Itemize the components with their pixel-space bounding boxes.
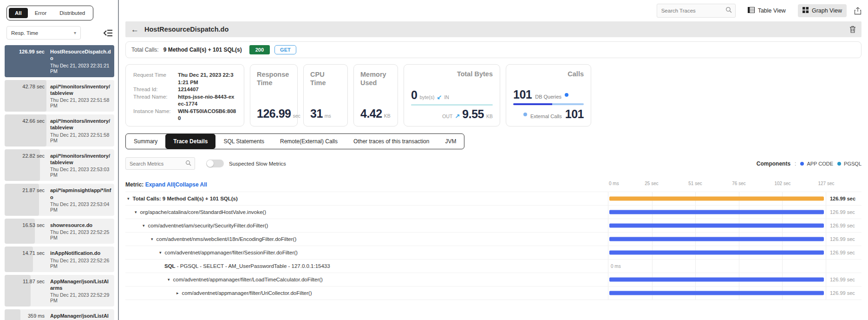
tree-row-label-cell: ▾Total Calls: 9 Method Call(s) + 101 SQL… — [125, 196, 608, 201]
trace-date: Thu Dec 21, 2023 22:52:26 PM — [50, 258, 111, 269]
tree-row-label-cell: ▸com/adventnet/appmanager/filter/UriColl… — [125, 290, 608, 296]
duration-bar — [609, 210, 824, 214]
trace-name: api/*/monitors/inventory/tableview — [50, 153, 111, 166]
trash-icon[interactable] — [849, 26, 856, 33]
external-calls-value: 101 — [565, 107, 584, 121]
tab-sql-statements[interactable]: SQL Statements — [215, 134, 272, 149]
trace-tree-row[interactable]: ▾Total Calls: 9 Method Call(s) + 101 SQL… — [125, 192, 861, 206]
duration-value: 126.99 sec — [826, 196, 861, 201]
request-info-label: Thread Id: — [133, 86, 178, 93]
graph-view-button[interactable]: Graph View — [798, 4, 847, 17]
chevron-down-icon: ▾ — [74, 30, 76, 35]
trace-tree-row[interactable]: ▾com/adventnet/iam/security/SecurityFilt… — [125, 219, 861, 233]
trace-tree-row[interactable]: ▾com/adventnet/nms/webclient/i18n/Encodi… — [125, 233, 861, 246]
share-icon[interactable] — [854, 7, 861, 15]
caret-down-icon[interactable]: ▾ — [127, 196, 130, 201]
total-bytes-title: Total Bytes — [411, 70, 493, 78]
bytes-in-unit: byte(s) — [419, 94, 434, 100]
trace-tree-row[interactable]: SQL - PGSQL - SELECT - AM_UserPasswordTa… — [125, 260, 861, 273]
search-icon — [185, 160, 191, 168]
trace-header-bar: ← HostResourceDispatch.do — [125, 21, 861, 37]
sort-by-select[interactable]: Resp. Time ▾ — [7, 26, 81, 40]
caret-down-icon[interactable]: ▾ — [143, 223, 145, 228]
detail-tabs: SummaryTrace DetailsSQL StatementsRemote… — [125, 133, 464, 149]
status-code-badge: 200 — [249, 45, 270, 54]
trace-list-item[interactable]: 14.71 secinAppNotification.doThu Dec 21,… — [5, 247, 114, 272]
memory-used-title: Memory Used — [360, 70, 391, 87]
tab-remote-external-calls[interactable]: Remote(External) Calls — [272, 134, 346, 149]
metric-controls-row: Metric: Expand All|Collapse All 0 ms25 s… — [125, 181, 861, 188]
duration-bar — [609, 224, 824, 228]
caret-down-icon[interactable]: ▾ — [135, 210, 137, 214]
collapse-panel-icon[interactable] — [103, 28, 113, 38]
trace-time: 16.53 sec — [5, 222, 45, 240]
filter-tab-distributed[interactable]: Distributed — [53, 8, 91, 18]
trace-tree-row[interactable]: ▾com/adventnet/appmanager/filter/LoadTim… — [125, 273, 861, 287]
trace-sidebar: AllErrorDistributed Resp. Time ▾ 126.99 … — [0, 0, 118, 320]
trace-detail-panel: Table View Graph View ← HostResourceDisp… — [119, 0, 868, 320]
timeline-cell — [608, 206, 826, 219]
legend-name: APP CODE — [807, 161, 833, 167]
trace-tree-row[interactable]: ▸com/adventnet/appmanager/filter/UriColl… — [125, 287, 861, 300]
timeline-tick: 102 sec — [774, 181, 790, 186]
caret-down-icon[interactable]: ▾ — [168, 277, 170, 282]
trace-time: 126.99 sec — [5, 48, 45, 74]
trace-list-item[interactable]: 359 msAppManager/json/ListAlarmsThu Dec … — [5, 309, 114, 320]
caret-down-icon[interactable]: ▾ — [151, 237, 153, 241]
tree-row-label-cell: ▾com/adventnet/nms/webclient/i18n/Encodi… — [125, 236, 608, 242]
tab-other-traces-of-this-transaction[interactable]: Other traces of this transaction — [346, 134, 437, 149]
sql-prefix: SQL — [164, 263, 176, 269]
tab-trace-details[interactable]: Trace Details — [165, 134, 215, 149]
trace-list-item[interactable]: 42.66 secapi/*/monitors/inventory/tablev… — [5, 114, 114, 147]
trace-info: HostResourceDispatch.doThu Dec 21, 2023 … — [45, 48, 111, 74]
trace-time: 22.82 sec — [5, 153, 45, 178]
trace-list-item[interactable]: 42.78 secapi/*/monitors/inventory/tablev… — [5, 80, 114, 112]
timeline-tick: 127 sec — [818, 181, 834, 186]
trace-list-item[interactable]: 126.99 secHostResourceDispatch.doThu Dec… — [5, 45, 114, 77]
tab-jvm[interactable]: JVM — [437, 134, 464, 149]
page-title: HostResourceDispatch.do — [144, 26, 228, 33]
request-info-row: Instance Name:WIN-6T50IACO5B6:8080 — [133, 108, 236, 122]
search-metrics-input[interactable] — [126, 161, 185, 167]
trace-info: api/*/monitors/inventory/tableviewThu De… — [45, 153, 111, 178]
tree-row-label-cell: ▾com/adventnet/iam/security/SecurityFilt… — [125, 223, 608, 228]
timeline-cell — [608, 246, 826, 259]
trace-list-item[interactable]: 11.87 secAppManager/json/ListAlarmsThu D… — [5, 275, 114, 307]
trace-info: api/*/monitors/inventory/tableviewThu De… — [45, 83, 111, 109]
trace-tree-row[interactable]: ▾org/apache/catalina/core/StandardHostVa… — [125, 206, 861, 219]
trace-list-item[interactable]: 21.87 secapi/*/apminsight/app/*/infoThu … — [5, 184, 114, 216]
trace-filter-tabs: AllErrorDistributed — [7, 6, 93, 20]
cpu-time-unit: ms — [325, 113, 331, 119]
table-view-icon — [748, 7, 755, 14]
metrics-toolbar: Suspected Slow Metrics Components : APP … — [125, 157, 861, 170]
filter-tab-error[interactable]: Error — [29, 8, 53, 18]
trace-list-item[interactable]: 16.53 secshowresource.doThu Dec 21, 2023… — [5, 219, 114, 244]
collapse-all-link[interactable]: Collapse All — [176, 181, 207, 188]
filter-tab-all[interactable]: All — [9, 8, 28, 18]
duration-value: 126.99 sec — [826, 290, 861, 296]
tab-summary[interactable]: Summary — [126, 134, 165, 149]
trace-tree-row[interactable]: ▾com/adventnet/appmanager/filter/Session… — [125, 246, 861, 260]
caret-down-icon[interactable]: ▾ — [159, 250, 162, 255]
timeline-cell — [608, 287, 826, 300]
search-traces-input[interactable] — [657, 8, 725, 13]
tree-row-label: com/adventnet/appmanager/filter/UriColle… — [182, 290, 312, 296]
trace-info: showresource.doThu Dec 21, 2023 22:52:25… — [45, 222, 111, 240]
trace-list-item[interactable]: 22.82 secapi/*/monitors/inventory/tablev… — [5, 149, 114, 181]
metric-label: Metric: — [125, 181, 144, 188]
table-view-button[interactable]: Table View — [743, 4, 790, 17]
bytes-out-label: OUT — [442, 113, 452, 119]
total-bytes-card: Total Bytes 0 byte(s) ↙ IN OUT ↗ 9.55 KB — [404, 64, 500, 127]
trace-name: inAppNotification.do — [50, 250, 111, 256]
suspected-slow-metrics-label: Suspected Slow Metrics — [229, 161, 286, 167]
trace-time: 42.78 sec — [5, 83, 45, 109]
timeline-cell — [608, 219, 826, 232]
timeline-cell — [608, 233, 826, 246]
duration-bar — [609, 197, 824, 201]
caret-right-icon[interactable]: ▸ — [176, 291, 179, 295]
suspected-slow-metrics-toggle[interactable] — [206, 160, 224, 167]
back-arrow-icon[interactable]: ← — [131, 26, 139, 33]
trace-name: AppManager/json/ListAlarms — [50, 278, 111, 292]
duration-value: 126.99 sec — [826, 209, 861, 215]
expand-all-link[interactable]: Expand All — [145, 181, 174, 188]
